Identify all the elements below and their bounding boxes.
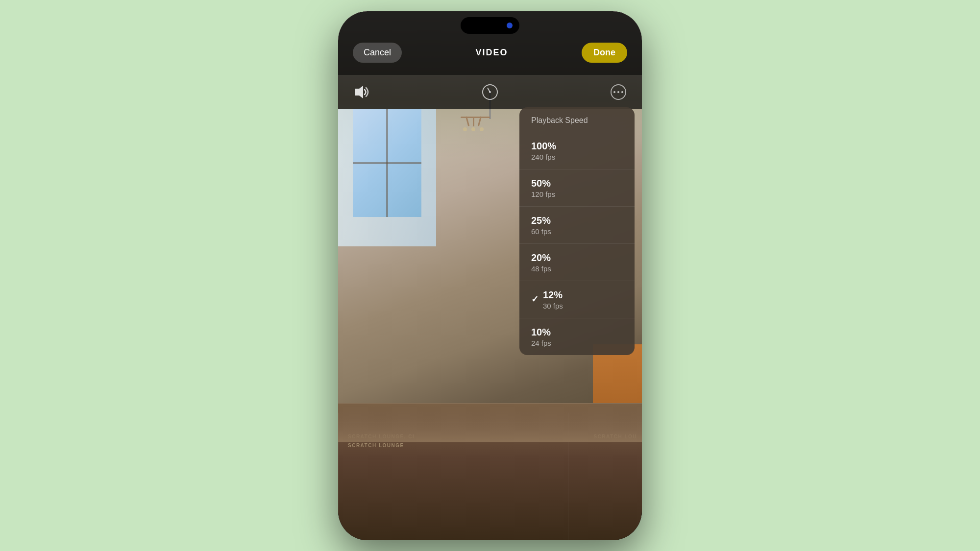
svg-marker-0 (355, 86, 363, 98)
option-20-percent: 20% (531, 252, 623, 264)
option-12-content: 12% 30 fps (543, 289, 623, 310)
timer-icon[interactable] (481, 83, 499, 101)
option-12-percent: 12% (543, 289, 623, 301)
dynamic-island (461, 17, 519, 34)
option-100-fps: 240 fps (531, 153, 623, 161)
option-10-content: 10% 24 fps (531, 326, 623, 347)
option-10-percent: 10% (531, 326, 623, 338)
playback-option-10[interactable]: 10% 24 fps (519, 318, 635, 355)
option-50-fps: 120 fps (531, 190, 623, 198)
playback-option-50[interactable]: 50% 120 fps (519, 169, 635, 207)
option-100-content: 100% 240 fps (531, 140, 623, 161)
option-25-fps: 60 fps (531, 227, 623, 236)
video-title: VIDEO (476, 48, 508, 58)
option-25-percent: 25% (531, 215, 623, 226)
playback-option-12[interactable]: ✓ 12% 30 fps (519, 281, 635, 318)
playback-option-100[interactable]: 100% 240 fps (519, 132, 635, 169)
dot-3 (621, 91, 623, 93)
cancel-button[interactable]: Cancel (353, 43, 402, 63)
dot-2 (617, 91, 619, 93)
phone-frame: SCRATCH LOUNGE, CI SCRATCH LOUNGE SCRATC… (338, 11, 642, 540)
more-options-icon[interactable] (610, 83, 627, 101)
option-20-fps: 48 fps (531, 264, 623, 273)
toolbar (338, 75, 642, 109)
option-25-content: 25% 60 fps (531, 215, 623, 236)
screen: SCRATCH LOUNGE, CI SCRATCH LOUNGE SCRATC… (338, 11, 642, 540)
option-12-fps: 30 fps (543, 302, 623, 310)
playback-speed-dropdown: Playback Speed 100% 240 fps 50% 120 fps … (519, 107, 635, 355)
option-10-fps: 24 fps (531, 339, 623, 347)
option-50-content: 50% 120 fps (531, 177, 623, 198)
playback-option-25[interactable]: 25% 60 fps (519, 207, 635, 244)
option-20-content: 20% 48 fps (531, 252, 623, 273)
done-button[interactable]: Done (582, 43, 627, 63)
playback-option-20[interactable]: 20% 48 fps (519, 244, 635, 281)
checkmark-icon: ✓ (531, 294, 539, 305)
option-50-percent: 50% (531, 177, 623, 189)
option-100-percent: 100% (531, 140, 623, 152)
dropdown-title: Playback Speed (519, 107, 635, 132)
dot-1 (613, 91, 615, 93)
volume-icon[interactable] (353, 83, 370, 101)
